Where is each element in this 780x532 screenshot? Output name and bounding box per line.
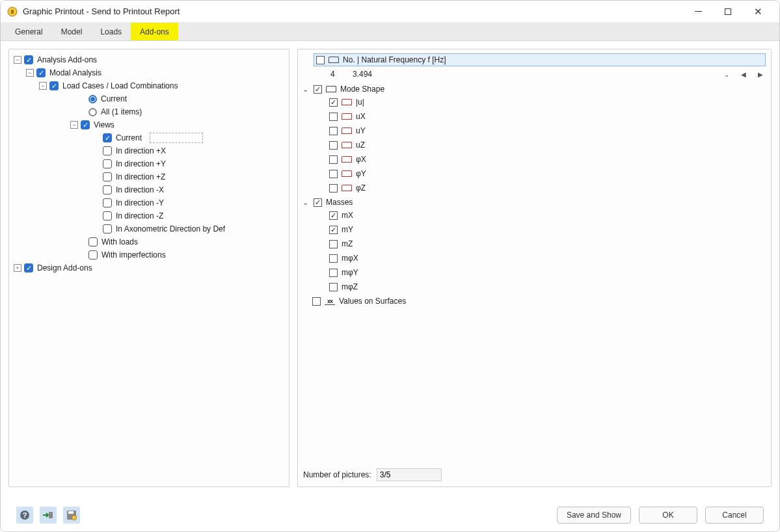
checkbox-ms-ux[interactable] [329, 113, 338, 121]
checkbox-ms-uz[interactable] [329, 141, 338, 150]
expander-modal[interactable]: − [26, 69, 34, 77]
checkbox-view-current[interactable] [103, 133, 112, 142]
checkbox-analysis-addons[interactable] [24, 55, 33, 64]
expander-analysis[interactable]: − [14, 56, 21, 64]
checkbox-modal-analysis[interactable] [36, 68, 46, 77]
tab-model[interactable]: Model [52, 23, 92, 40]
checkbox-mode-shape[interactable] [314, 85, 322, 94]
tree-view-minus-y[interactable]: In direction -Y [12, 196, 286, 209]
checkbox-ms-uy[interactable] [329, 127, 338, 135]
ok-button[interactable]: OK [639, 507, 697, 524]
checkbox-ms-phix[interactable] [329, 155, 338, 164]
chevron-masses[interactable]: ⌄ [301, 198, 310, 207]
app-icon [7, 7, 18, 17]
mode-shape-item-phiy[interactable]: φY [329, 166, 771, 181]
checkbox-view-minus-y[interactable] [103, 198, 112, 207]
chevron-mode-shape[interactable]: ⌄ [301, 85, 310, 94]
frequency-dropdown-button[interactable]: ⌄ [721, 69, 732, 79]
checkbox-ms-phiy[interactable] [329, 170, 338, 178]
tree-view-plus-x[interactable]: In direction +X [12, 144, 286, 157]
checkbox-ms-phiz[interactable] [329, 184, 338, 193]
checkbox-values-on-surfaces[interactable] [312, 297, 321, 306]
mode-shape-item-u-abs[interactable]: |u| [329, 95, 771, 109]
tree-with-imperfections[interactable]: With imperfections [12, 248, 286, 261]
frequency-next-button[interactable]: ▶ [755, 69, 766, 79]
mode-shape-item-uz[interactable]: uZ [329, 138, 771, 152]
number-of-pictures-input[interactable] [377, 468, 442, 481]
titlebar: Graphic Printout - Send to Printout Repo… [1, 1, 779, 23]
tree-radio-all[interactable]: All (1 items) [12, 105, 286, 118]
checkbox-masses[interactable] [314, 198, 322, 207]
tree-views[interactable]: − Views [12, 118, 286, 131]
expander-views[interactable]: − [70, 121, 78, 129]
label-view-minus-x: In direction -X [116, 185, 164, 194]
transfer-button[interactable] [40, 507, 57, 524]
checkbox-view-minus-x[interactable] [103, 185, 112, 194]
tree-design-addons[interactable]: + Design Add-ons [12, 261, 286, 274]
expander-loadcases[interactable]: − [39, 82, 47, 90]
tree-radio-current[interactable]: Current [12, 92, 286, 105]
tree-modal-analysis[interactable]: − Modal Analysis [12, 66, 286, 79]
checkbox-view-axonometric[interactable] [103, 224, 112, 233]
checkbox-with-loads[interactable] [88, 237, 98, 246]
checkbox-masses-mx[interactable] [329, 211, 338, 220]
checkbox-design-addons[interactable] [24, 263, 33, 273]
ms-item-icon [342, 98, 352, 107]
checkbox-masses-mphiz[interactable] [329, 283, 338, 291]
label-views: Views [94, 120, 114, 129]
tree-view-axonometric[interactable]: In Axonometric Direction by Def [12, 222, 286, 235]
checkbox-masses-mphix[interactable] [329, 254, 338, 263]
checkbox-masses-mphiy[interactable] [329, 269, 338, 277]
masses-item-my[interactable]: mY [329, 222, 771, 237]
checkbox-ms-u-abs[interactable] [329, 98, 338, 107]
radio-current[interactable] [88, 95, 97, 103]
checkbox-view-plus-x[interactable] [103, 146, 112, 155]
checkbox-view-plus-z[interactable] [103, 172, 112, 181]
checkbox-masses-mz[interactable] [329, 240, 338, 248]
frequency-prev-button[interactable]: ◀ [738, 69, 749, 79]
tree-view-current[interactable]: Current [12, 131, 286, 144]
checkbox-masses-my[interactable] [329, 226, 338, 234]
mode-shape-item-ux[interactable]: uX [329, 109, 771, 124]
maximize-button[interactable] [713, 2, 743, 21]
mode-shape-item-uy[interactable]: uY [329, 124, 771, 138]
minimize-button[interactable] [683, 2, 713, 21]
save-template-button[interactable] [63, 507, 80, 524]
tab-addons[interactable]: Add-ons [131, 23, 178, 40]
checkbox-views[interactable] [81, 120, 90, 129]
masses-item-mphiy[interactable]: mφY [329, 265, 771, 280]
checkbox-view-plus-y[interactable] [103, 159, 112, 168]
checkbox-load-cases[interactable] [49, 81, 59, 90]
tree-view-plus-y[interactable]: In direction +Y [12, 157, 286, 170]
values-on-surfaces-row[interactable]: xx Values on Surfaces [298, 294, 771, 308]
ms-item-icon [342, 126, 352, 135]
tree-view-plus-z[interactable]: In direction +Z [12, 170, 286, 183]
masses-group-header[interactable]: ⌄ Masses [298, 196, 771, 208]
tree-load-cases[interactable]: − Load Cases / Load Combinations [12, 79, 286, 92]
tree-analysis-addons[interactable]: − Analysis Add-ons [12, 53, 286, 66]
save-and-show-button[interactable]: Save and Show [557, 507, 631, 524]
tab-bar: General Model Loads Add-ons [1, 23, 779, 41]
mode-shape-group-header[interactable]: ⌄ Mode Shape [298, 83, 771, 95]
cancel-button[interactable]: Cancel [705, 507, 764, 524]
checkbox-natural-frequency[interactable] [316, 56, 325, 64]
close-button[interactable]: ✕ [743, 2, 773, 21]
frequency-nav-row: 4 3.494 ⌄ ◀ ▶ [330, 66, 766, 82]
masses-item-mz[interactable]: mZ [329, 237, 771, 251]
checkbox-view-minus-z[interactable] [103, 211, 112, 220]
expander-design[interactable]: + [14, 264, 21, 272]
masses-item-mx[interactable]: mX [329, 208, 771, 222]
masses-item-mphiz[interactable]: mφZ [329, 280, 771, 294]
tab-general[interactable]: General [6, 23, 52, 40]
tree-view-minus-x[interactable]: In direction -X [12, 183, 286, 196]
masses-label-mphix: mφX [342, 254, 358, 263]
masses-item-mphix[interactable]: mφX [329, 251, 771, 265]
radio-all[interactable] [88, 108, 97, 116]
tree-view-minus-z[interactable]: In direction -Z [12, 209, 286, 222]
checkbox-with-imperfections[interactable] [88, 250, 98, 259]
mode-shape-item-phix[interactable]: φX [329, 152, 771, 166]
tab-loads[interactable]: Loads [91, 23, 131, 40]
tree-with-loads[interactable]: With loads [12, 235, 286, 248]
mode-shape-item-phiz[interactable]: φZ [329, 181, 771, 195]
help-button[interactable]: ? [16, 507, 33, 524]
